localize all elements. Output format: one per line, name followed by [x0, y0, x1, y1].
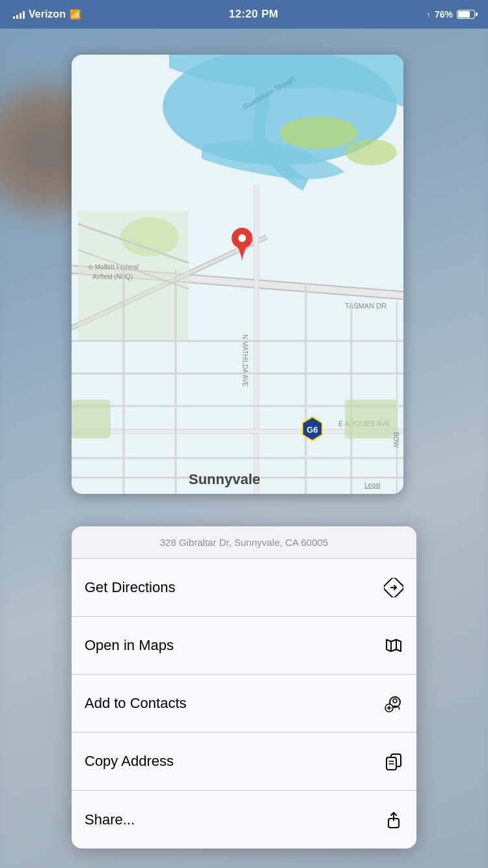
svg-text:N MATHILDA AVE: N MATHILDA AVE: [241, 334, 249, 387]
open-in-maps-label: Open in Maps: [85, 637, 174, 654]
svg-text:Legal: Legal: [364, 481, 380, 489]
maps-icon: [384, 636, 403, 655]
status-left: Verizon 📶: [13, 8, 81, 20]
address-text: 328 Gibraltar Dr, Sunnyvale, CA 60005: [160, 537, 329, 548]
svg-text:G6: G6: [306, 425, 318, 435]
svg-text:BOW: BOW: [392, 432, 400, 448]
svg-point-3: [345, 139, 397, 165]
copy-icon: [384, 752, 403, 771]
svg-rect-11: [254, 185, 258, 494]
battery-icon: [457, 10, 475, 19]
address-header: 328 Gibraltar Dr, Sunnyvale, CA 60005: [72, 526, 416, 559]
main-content: Guadalupe Slough N MATHILDA AVE E ARQUES…: [0, 29, 488, 868]
signal-bar-2: [16, 15, 18, 19]
action-sheet: 328 Gibraltar Dr, Sunnyvale, CA 60005 Ge…: [72, 526, 416, 848]
signal-bar-4: [23, 11, 25, 19]
get-directions-button[interactable]: Get Directions: [72, 559, 416, 617]
open-in-maps-button[interactable]: Open in Maps: [72, 617, 416, 675]
status-right: ↑ 76%: [426, 9, 475, 20]
share-label: Share...: [85, 811, 135, 828]
share-icon: [384, 810, 403, 830]
svg-rect-35: [72, 400, 111, 439]
svg-point-40: [238, 234, 246, 242]
directions-icon: [384, 578, 403, 597]
carrier-label: Verizon: [29, 8, 66, 20]
location-icon: ↑: [426, 10, 431, 20]
svg-point-45: [393, 699, 397, 703]
svg-text:Airfield (NUQ): Airfield (NUQ): [92, 273, 133, 280]
svg-point-2: [280, 116, 358, 149]
share-button[interactable]: Share...: [72, 791, 416, 848]
battery-percentage: 76%: [435, 9, 453, 20]
status-bar: Verizon 📶 12:20 PM ↑ 76%: [0, 0, 488, 29]
contacts-icon: [384, 694, 403, 713]
svg-text:Sunnyvale: Sunnyvale: [189, 471, 260, 487]
signal-bars: [13, 10, 25, 19]
add-to-contacts-button[interactable]: Add to Contacts: [72, 675, 416, 733]
copy-address-button[interactable]: Copy Address: [72, 733, 416, 791]
copy-address-label: Copy Address: [85, 753, 174, 770]
time-display: 12:20 PM: [229, 8, 278, 21]
map-svg: Guadalupe Slough N MATHILDA AVE E ARQUES…: [72, 55, 403, 494]
map-container[interactable]: Guadalupe Slough N MATHILDA AVE E ARQUES…: [72, 55, 403, 494]
wifi-icon: 📶: [70, 9, 81, 20]
svg-rect-34: [345, 400, 397, 439]
get-directions-label: Get Directions: [85, 579, 175, 596]
signal-bar-1: [13, 16, 15, 19]
add-to-contacts-label: Add to Contacts: [85, 695, 187, 712]
signal-bar-3: [20, 13, 21, 19]
svg-text:⊙ Moffett Federal: ⊙ Moffett Federal: [88, 264, 139, 271]
